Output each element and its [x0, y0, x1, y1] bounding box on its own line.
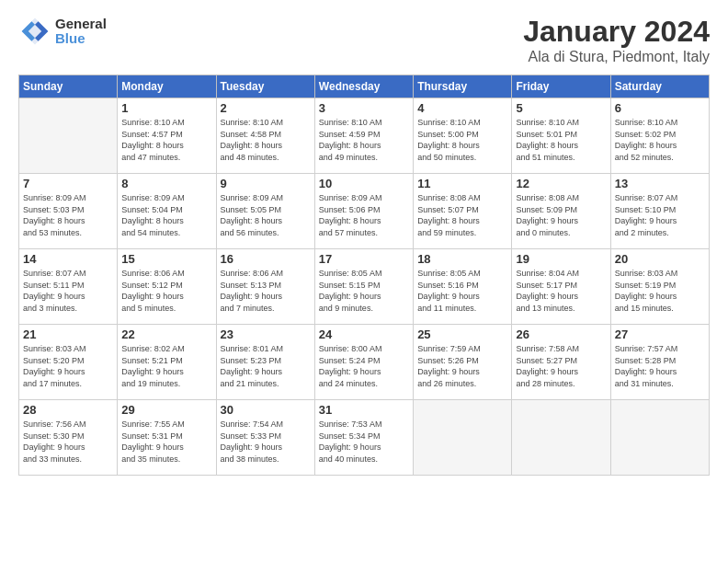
day-number: 22 — [121, 327, 211, 341]
day-info: Sunrise: 8:10 AMSunset: 5:02 PMDaylight:… — [615, 117, 705, 163]
day-number: 21 — [23, 327, 113, 341]
day-number: 2 — [221, 101, 311, 115]
day-info: Sunrise: 8:10 AMSunset: 5:00 PMDaylight:… — [417, 117, 507, 163]
day-number: 5 — [516, 101, 606, 115]
weekday-header-row: SundayMondayTuesdayWednesdayThursdayFrid… — [19, 75, 710, 98]
logo: General Blue — [18, 15, 107, 48]
calendar-cell: 10Sunrise: 8:09 AMSunset: 5:06 PMDayligh… — [314, 174, 413, 249]
calendar-cell: 2Sunrise: 8:10 AMSunset: 4:58 PMDaylight… — [216, 98, 314, 174]
weekday-header-friday: Friday — [512, 75, 610, 98]
day-number: 31 — [319, 403, 409, 417]
day-info: Sunrise: 8:00 AMSunset: 5:24 PMDaylight:… — [319, 343, 409, 389]
calendar-cell: 31Sunrise: 7:53 AMSunset: 5:34 PMDayligh… — [314, 400, 413, 476]
calendar-cell: 25Sunrise: 7:59 AMSunset: 5:26 PMDayligh… — [414, 325, 512, 400]
calendar-table: SundayMondayTuesdayWednesdayThursdayFrid… — [18, 75, 710, 476]
day-number: 7 — [23, 177, 113, 190]
calendar-cell: 29Sunrise: 7:55 AMSunset: 5:31 PMDayligh… — [118, 400, 216, 476]
logo-text: General Blue — [55, 17, 107, 47]
page: General Blue January 2024 Ala di Stura, … — [0, 0, 728, 563]
title-location: Ala di Stura, Piedmont, Italy — [523, 49, 710, 65]
day-number: 11 — [417, 177, 507, 190]
calendar-cell: 24Sunrise: 8:00 AMSunset: 5:24 PMDayligh… — [314, 325, 413, 400]
day-info: Sunrise: 7:54 AMSunset: 5:33 PMDaylight:… — [221, 419, 311, 465]
calendar-cell: 12Sunrise: 8:08 AMSunset: 5:09 PMDayligh… — [512, 174, 610, 249]
day-info: Sunrise: 7:53 AMSunset: 5:34 PMDaylight:… — [319, 419, 409, 465]
day-info: Sunrise: 8:05 AMSunset: 5:16 PMDaylight:… — [417, 268, 507, 314]
day-info: Sunrise: 8:09 AMSunset: 5:03 PMDaylight:… — [23, 192, 113, 238]
title-month: January 2024 — [523, 15, 710, 49]
calendar-cell: 15Sunrise: 8:06 AMSunset: 5:12 PMDayligh… — [118, 249, 216, 325]
calendar-cell: 6Sunrise: 8:10 AMSunset: 5:02 PMDaylight… — [610, 98, 709, 174]
day-info: Sunrise: 8:06 AMSunset: 5:13 PMDaylight:… — [221, 268, 311, 314]
day-info: Sunrise: 8:03 AMSunset: 5:19 PMDaylight:… — [615, 268, 705, 314]
day-info: Sunrise: 8:05 AMSunset: 5:15 PMDaylight:… — [319, 268, 409, 314]
day-number: 15 — [121, 252, 211, 266]
weekday-header-saturday: Saturday — [610, 75, 709, 98]
day-info: Sunrise: 7:58 AMSunset: 5:27 PMDaylight:… — [516, 343, 606, 389]
day-number: 6 — [615, 101, 705, 115]
day-number: 17 — [319, 252, 409, 266]
day-info: Sunrise: 7:57 AMSunset: 5:28 PMDaylight:… — [615, 343, 705, 389]
day-number: 12 — [516, 177, 606, 190]
day-info: Sunrise: 8:09 AMSunset: 5:04 PMDaylight:… — [121, 192, 211, 238]
calendar-cell: 11Sunrise: 8:08 AMSunset: 5:07 PMDayligh… — [414, 174, 512, 249]
day-number: 3 — [319, 101, 409, 115]
calendar-cell — [610, 400, 709, 476]
day-info: Sunrise: 8:08 AMSunset: 5:09 PMDaylight:… — [516, 192, 606, 238]
calendar-cell: 8Sunrise: 8:09 AMSunset: 5:04 PMDaylight… — [118, 174, 216, 249]
day-number: 28 — [23, 403, 113, 417]
week-row-3: 14Sunrise: 8:07 AMSunset: 5:11 PMDayligh… — [19, 249, 710, 325]
day-info: Sunrise: 7:56 AMSunset: 5:30 PMDaylight:… — [23, 419, 113, 465]
day-number: 29 — [121, 403, 211, 417]
day-number: 24 — [319, 327, 409, 341]
calendar-cell: 7Sunrise: 8:09 AMSunset: 5:03 PMDaylight… — [19, 174, 118, 249]
day-number: 18 — [417, 252, 507, 266]
day-info: Sunrise: 8:09 AMSunset: 5:06 PMDaylight:… — [319, 192, 409, 238]
day-info: Sunrise: 8:01 AMSunset: 5:23 PMDaylight:… — [221, 343, 311, 389]
day-number: 4 — [417, 101, 507, 115]
logo-icon — [18, 15, 51, 48]
title-block: January 2024 Ala di Stura, Piedmont, Ita… — [523, 15, 710, 65]
calendar-cell: 30Sunrise: 7:54 AMSunset: 5:33 PMDayligh… — [216, 400, 314, 476]
weekday-header-tuesday: Tuesday — [216, 75, 314, 98]
day-number: 27 — [615, 327, 705, 341]
calendar-cell: 13Sunrise: 8:07 AMSunset: 5:10 PMDayligh… — [610, 174, 709, 249]
day-number: 9 — [221, 177, 311, 190]
day-info: Sunrise: 8:10 AMSunset: 5:01 PMDaylight:… — [516, 117, 606, 163]
header: General Blue January 2024 Ala di Stura, … — [18, 15, 710, 65]
calendar-cell: 28Sunrise: 7:56 AMSunset: 5:30 PMDayligh… — [19, 400, 118, 476]
week-row-2: 7Sunrise: 8:09 AMSunset: 5:03 PMDaylight… — [19, 174, 710, 249]
day-info: Sunrise: 7:55 AMSunset: 5:31 PMDaylight:… — [121, 419, 211, 465]
day-number: 25 — [417, 327, 507, 341]
day-info: Sunrise: 7:59 AMSunset: 5:26 PMDaylight:… — [417, 343, 507, 389]
calendar-cell: 21Sunrise: 8:03 AMSunset: 5:20 PMDayligh… — [19, 325, 118, 400]
day-info: Sunrise: 8:08 AMSunset: 5:07 PMDaylight:… — [417, 192, 507, 238]
day-info: Sunrise: 8:06 AMSunset: 5:12 PMDaylight:… — [121, 268, 211, 314]
week-row-5: 28Sunrise: 7:56 AMSunset: 5:30 PMDayligh… — [19, 400, 710, 476]
day-info: Sunrise: 8:10 AMSunset: 4:57 PMDaylight:… — [121, 117, 211, 163]
day-info: Sunrise: 8:04 AMSunset: 5:17 PMDaylight:… — [516, 268, 606, 314]
calendar-cell: 1Sunrise: 8:10 AMSunset: 4:57 PMDaylight… — [118, 98, 216, 174]
weekday-header-monday: Monday — [118, 75, 216, 98]
day-number: 10 — [319, 177, 409, 190]
calendar-cell: 5Sunrise: 8:10 AMSunset: 5:01 PMDaylight… — [512, 98, 610, 174]
calendar-cell — [19, 98, 118, 174]
day-number: 1 — [121, 101, 211, 115]
calendar-cell: 26Sunrise: 7:58 AMSunset: 5:27 PMDayligh… — [512, 325, 610, 400]
day-info: Sunrise: 8:07 AMSunset: 5:10 PMDaylight:… — [615, 192, 705, 238]
calendar-cell: 22Sunrise: 8:02 AMSunset: 5:21 PMDayligh… — [118, 325, 216, 400]
calendar-cell: 16Sunrise: 8:06 AMSunset: 5:13 PMDayligh… — [216, 249, 314, 325]
day-info: Sunrise: 8:03 AMSunset: 5:20 PMDaylight:… — [23, 343, 113, 389]
day-number: 8 — [121, 177, 211, 190]
calendar-cell — [512, 400, 610, 476]
calendar-cell: 18Sunrise: 8:05 AMSunset: 5:16 PMDayligh… — [414, 249, 512, 325]
calendar-cell: 9Sunrise: 8:09 AMSunset: 5:05 PMDaylight… — [216, 174, 314, 249]
calendar-cell: 20Sunrise: 8:03 AMSunset: 5:19 PMDayligh… — [610, 249, 709, 325]
day-info: Sunrise: 8:09 AMSunset: 5:05 PMDaylight:… — [221, 192, 311, 238]
calendar-cell: 27Sunrise: 7:57 AMSunset: 5:28 PMDayligh… — [610, 325, 709, 400]
day-number: 30 — [221, 403, 311, 417]
week-row-1: 1Sunrise: 8:10 AMSunset: 4:57 PMDaylight… — [19, 98, 710, 174]
calendar-cell: 19Sunrise: 8:04 AMSunset: 5:17 PMDayligh… — [512, 249, 610, 325]
day-number: 13 — [615, 177, 705, 190]
day-number: 19 — [516, 252, 606, 266]
